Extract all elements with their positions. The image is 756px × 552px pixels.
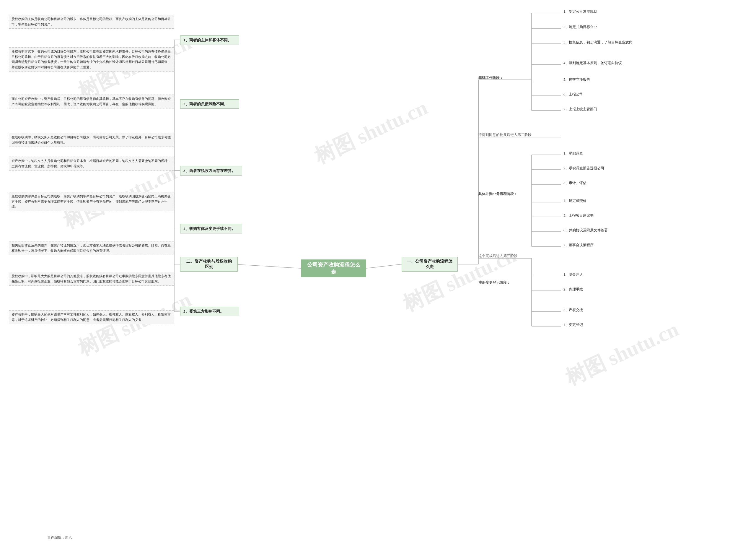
right-item-1-3: 3、搜集信息，初步沟通，了解目标企业意向	[561, 39, 635, 46]
right-item-2-5: 5、上报项目建议书	[561, 212, 596, 219]
center-node-label: 公司资产收购流程怎么走	[307, 261, 360, 275]
left-item-1-label: 1、两者的主体和客体不同。	[180, 35, 239, 45]
right-item-2-1: 1、尽职调查	[561, 150, 585, 157]
left-item-4-detail: 股权收购的客体是目标公司的股权，而资产收购的客体是目标公司的资产，股权收购因股东…	[9, 192, 174, 211]
left-item-5-detail-a: 相关证照转让后果的差异，在资产转让的情况下，受让方通常无法直接获得或者目标公司的…	[9, 241, 174, 255]
right-item-3-2: 2、办理手续	[561, 286, 585, 293]
left-item-2-detail-a: 股权收购方式下，收购公司成为目标公司股东，收购公司仅在出资范围内承担责任。目标公…	[9, 47, 174, 72]
left-item-3-label: 3、两者在税收方面存在差异。	[180, 166, 242, 175]
left-item-1-detail: 股权收购的主体是收购公司和目标公司的股东，客体是目标公司的股权。而资产收购的主体…	[9, 15, 174, 29]
left-branch-node: 二、资产收购与股权收购区别	[180, 257, 238, 272]
left-item-5-detail-b: 股权收购中，影响最大大的是目标公司的其他股东，股权收购须有目标公司过半数的股东同…	[9, 272, 174, 286]
left-item-4-label: 4、收购客体及变更手续不同。	[180, 224, 242, 234]
right-item-2-3: 3、审计、评估	[561, 180, 589, 186]
right-item-3-1: 1、资金注入	[561, 271, 585, 278]
phase1-label: 基础工作阶段：	[479, 76, 503, 81]
right-item-2-7: 7、董事会决策程序	[561, 242, 596, 249]
right-item-1-4: 4、谈判确定基本原则，签订意向协议	[561, 60, 624, 66]
phase2-sublabel: 具体并购业务流程阶段：	[479, 191, 517, 196]
watermark-4: 树图 shutu.cn	[310, 94, 432, 170]
right-item-2-2: 2、尽职调查报告送报公司	[561, 165, 607, 172]
left-item-2-detail-b: 而在公司资产收购中，资产收购后，目标公司的原有债务仍由其承担，基本不存在收购有债…	[9, 95, 174, 109]
svg-line-0	[233, 264, 301, 268]
left-branch-label: 二、资产收购与股权收购区别	[185, 259, 233, 270]
right-item-1-5: 5、递交立项报告	[561, 76, 592, 83]
right-branch-node: 一、公司资产收购流程怎么走	[402, 257, 458, 272]
right-item-1-6: 6、上报公司	[561, 91, 585, 98]
right-item-2-6: 6、并购协议及附属文件签署	[561, 227, 610, 234]
svg-line-1	[366, 264, 402, 268]
mind-map: 树图 shutu.cn 树图 shutu.cn 树图 shutu.cn 树图 s…	[0, 0, 756, 552]
left-item-5-label: 5、受第三方影响不同。	[180, 307, 239, 316]
left-item-3-detail-a: 在股权收购中，纳税义务人是收购公司和目标公司股东，而与目标公司无关。除了印花税外…	[9, 133, 174, 147]
right-item-1-7: 7、上报上级主管部门	[561, 106, 599, 113]
phase3-sublabel: 注册变更登记阶段：	[479, 280, 510, 285]
right-item-3-3: 3、产权交接	[561, 307, 585, 313]
phase2-transition-label: 待得到同意的批复后进入第二阶段	[479, 132, 532, 137]
left-item-2-label: 2、两者的负债风险不同。	[180, 99, 239, 109]
left-item-5-detail-c: 资产收购中，影响最大的是对该资产享有某种权利的人，如担保人、抵押权人、商标权人、…	[9, 310, 174, 324]
center-node: 公司资产收购流程怎么走	[301, 259, 366, 277]
left-item-3-detail-b: 资产收购中，纳税义务人是收购公司和目标公司本身，根据目标资产的不同，纳税义务人需…	[9, 157, 174, 170]
right-item-3-4: 4、变更登记	[561, 321, 585, 328]
right-item-2-4: 4、确定成交价	[561, 197, 589, 204]
phase3-transition-label: 这个完成后进入第三阶段	[479, 254, 517, 259]
right-item-1-1: 1、制定公司发展规划	[561, 8, 599, 15]
right-item-1-2: 2、确定并购目标企业	[561, 24, 599, 30]
watermark-5: 树图 shutu.cn	[398, 242, 520, 318]
editor-label: 责任编辑：周六	[47, 535, 72, 540]
right-branch-label: 一、公司资产收购流程怎么走	[406, 259, 453, 270]
